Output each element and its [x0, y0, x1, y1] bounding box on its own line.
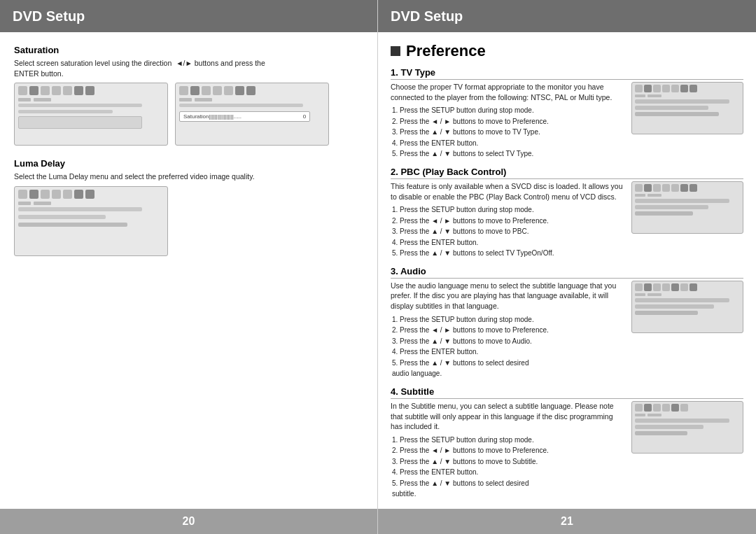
step: 3. Press the ▲ / ▼ buttons to move to Su…	[392, 456, 624, 468]
toolbar-icon2-5	[224, 86, 233, 95]
luma-toolbar-icon-4	[52, 190, 61, 199]
tv-type-section: 1. TV Type Choose the proper TV format a…	[391, 67, 743, 160]
toolbar-icon2-7	[246, 86, 255, 95]
au-icon1	[635, 283, 643, 291]
saturation-screens: Saturation|||||||||||||||||..... 0	[14, 83, 363, 151]
toolbar-icon-5	[63, 86, 72, 95]
rt-icon3	[653, 85, 661, 92]
rt-icon7	[690, 85, 697, 92]
step: 5. Press the ▲ / ▼ buttons to select des…	[392, 358, 624, 369]
toolbar-icon2-4	[213, 86, 222, 95]
step: 3. Press the ▲ / ▼ buttons to move to Au…	[392, 336, 624, 347]
pb-icon7	[690, 184, 697, 192]
step: 3. Press the ▲ / ▼ buttons to move to TV…	[392, 127, 624, 138]
audio-screen	[631, 281, 743, 333]
subtitle-steps: 1. Press the SETUP button during stop mo…	[391, 435, 624, 500]
right-page-number: 21	[561, 515, 573, 528]
tv-type-screen	[631, 82, 743, 134]
su-icon2	[644, 404, 652, 412]
toolbar-icon-2	[29, 86, 38, 95]
rt-icon4	[662, 85, 670, 92]
preference-heading: Preference	[391, 42, 743, 60]
rt-icon1	[635, 85, 643, 92]
saturation-screen2: Saturation|||||||||||||||||..... 0	[175, 83, 329, 146]
luma-delay-title: Luma Delay	[14, 158, 363, 169]
toolbar-icon-1	[18, 86, 27, 95]
step: 1. Press the SETUP button during stop mo…	[392, 314, 624, 325]
subtitle-toolbar	[635, 404, 740, 412]
su-icon6	[680, 404, 688, 412]
rt-icon2	[644, 85, 652, 92]
audio-section: 3. Audio Use the audio language menu to …	[391, 266, 743, 379]
step: 1. Press the SETUP button during stop mo…	[392, 435, 624, 446]
toolbar-icon2-2	[190, 86, 200, 95]
pbc-screen	[631, 181, 743, 234]
step: subtitle.	[392, 489, 624, 500]
pb-icon6	[680, 184, 688, 192]
su-icon4	[662, 404, 670, 412]
luma-delay-toolbar	[18, 190, 164, 199]
rt-icon5	[671, 85, 679, 92]
audio-desc: Use the audio language menu to select th…	[391, 281, 624, 311]
pbc-inner: This feature is only available when a SV…	[391, 181, 743, 259]
luma-toolbar-icon-1	[18, 190, 27, 199]
left-header-title: DVD Setup	[13, 8, 85, 24]
step: 1. Press the SETUP button during stop mo…	[392, 204, 624, 216]
right-header-title: DVD Setup	[391, 8, 463, 24]
luma-toolbar-icon-3	[41, 190, 50, 199]
saturation-value: 0	[303, 113, 306, 120]
step: audio language.	[392, 368, 624, 379]
saturation-toolbar1	[18, 86, 164, 95]
preference-title-text: Preference	[406, 42, 486, 60]
step: 4. Press the ENTER button.	[392, 237, 624, 248]
pbc-section: 2. PBC (Play Back Control) This feature …	[391, 167, 743, 259]
saturation-screen1	[14, 83, 168, 146]
pb-icon5	[671, 184, 679, 192]
pbc-toolbar	[635, 184, 740, 192]
left-footer: 20	[0, 509, 377, 534]
left-page: DVD Setup Saturation Select screen satur…	[0, 0, 378, 534]
step: 4. Press the ENTER button.	[392, 138, 624, 149]
luma-toolbar-icon-6	[74, 190, 83, 199]
au-icon2	[644, 283, 652, 291]
pbc-desc: This feature is only available when a SV…	[391, 181, 624, 202]
right-content: Preference 1. TV Type Choose the proper …	[378, 32, 756, 509]
step: 5. Press the ▲ / ▼ buttons to select TV …	[392, 248, 624, 259]
tv-type-toolbar	[635, 85, 740, 92]
su-icon1	[635, 404, 643, 412]
pb-icon1	[635, 184, 643, 192]
au-icon3	[653, 283, 661, 291]
luma-toolbar-icon-7	[85, 190, 94, 199]
saturation-toolbar2	[179, 86, 325, 95]
left-content: Saturation Select screen saturation leve…	[0, 32, 377, 509]
step: 5. Press the ▲ / ▼ buttons to select TV …	[392, 148, 624, 160]
luma-toolbar-icon-5	[63, 190, 72, 199]
tv-type-inner: Choose the proper TV format appropriate …	[391, 82, 743, 160]
pbc-title: 2. PBC (Play Back Control)	[391, 167, 743, 179]
audio-title: 3. Audio	[391, 266, 743, 279]
toolbar-icon2-6	[235, 86, 244, 95]
audio-text: Use the audio language menu to select th…	[391, 281, 624, 379]
saturation-title: Saturation	[14, 45, 363, 55]
step: 2. Press the ◄ / ► buttons to move to Pr…	[392, 216, 624, 227]
luma-delay-section: Luma Delay Select the Luma Delay menu an…	[14, 158, 363, 256]
subtitle-section: 4. Subtitle In the Subtitle menu, you ca…	[391, 386, 743, 500]
au-icon4	[662, 283, 670, 291]
right-header: DVD Setup	[378, 0, 756, 32]
saturation-desc: Select screen saturation level using the…	[14, 58, 363, 78]
square-bullet-icon	[391, 46, 400, 56]
pb-icon3	[653, 184, 661, 192]
subtitle-screen	[631, 401, 743, 454]
saturation-section: Saturation Select screen saturation leve…	[14, 45, 363, 151]
toolbar-icon-3	[41, 86, 50, 95]
au-icon7	[690, 283, 697, 291]
au-icon5	[671, 283, 679, 291]
pbc-text: This feature is only available when a SV…	[391, 181, 624, 259]
subtitle-desc: In the Subtitle menu, you can select a s…	[391, 401, 624, 432]
toolbar-icon-7	[85, 86, 94, 95]
luma-toolbar-icon-2	[29, 190, 38, 199]
saturation-slider-label: Saturation|||||||||||||||||.....	[183, 113, 241, 120]
tv-type-steps: 1. Press the SETUP button during stop mo…	[391, 105, 624, 160]
left-header: DVD Setup	[0, 0, 377, 32]
audio-steps: 1. Press the SETUP button during stop mo…	[391, 314, 624, 379]
